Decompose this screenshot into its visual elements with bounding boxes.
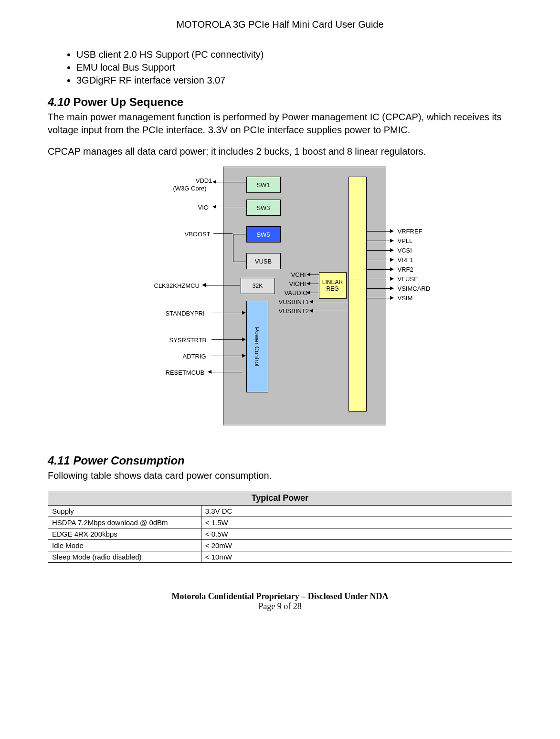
- label-vusbint2: VUSBINT2: [279, 307, 309, 315]
- section-number: 4.10: [48, 95, 70, 108]
- section-title: Power Consumption: [73, 454, 184, 467]
- label-vchi: VCHI: [291, 271, 306, 278]
- list-item: 3GDigRF RF interface version 3.07: [76, 75, 512, 86]
- table-row: Sleep Mode (radio disabled)< 10mW: [48, 551, 512, 563]
- label-vusbint1: VUSBINT1: [279, 298, 309, 306]
- pmic-block-diagram: SW1 SW3 SW5 VUSB 32K Power Control LINEA…: [147, 167, 414, 425]
- list-item: EMU local Bus Support: [76, 62, 512, 73]
- label-vpll: VPLL: [398, 237, 413, 244]
- paragraph: CPCAP manages all data card power; it in…: [48, 145, 512, 158]
- label-vdd1-sub: (W3G Core): [173, 185, 207, 192]
- label-adtrig: ADTRIG: [183, 353, 206, 360]
- block-sw1: SW1: [246, 177, 281, 193]
- label-vrf2: VRF2: [398, 266, 413, 273]
- label-viohi: VIOHI: [289, 280, 306, 287]
- block-sw3: SW3: [246, 200, 281, 216]
- label-vrf1: VRF1: [398, 256, 413, 264]
- paragraph: Following table shows data card power co…: [48, 469, 512, 482]
- block-linear-reg: LINEAR REG: [319, 272, 347, 299]
- page-header: MOTOROLA 3G PCIe Half Mini Card User Gui…: [48, 19, 512, 30]
- paragraph: The main power management function is pe…: [48, 111, 512, 137]
- block-power-control: Power Control: [246, 301, 268, 392]
- label-vaudio: VAUDIO: [285, 289, 308, 296]
- linear-reg-bar: [349, 177, 367, 412]
- block-sw5: SW5: [246, 226, 281, 243]
- pmic-chip-outline: SW1 SW3 SW5 VUSB 32K Power Control LINEA…: [223, 167, 386, 425]
- section-heading-411: 4.11 Power Consumption: [48, 454, 512, 467]
- table-row: Idle Mode< 20mW: [48, 540, 512, 551]
- block-vusb: VUSB: [246, 253, 281, 269]
- footer-page-number: Page 9 of 28: [48, 602, 512, 612]
- label-vfuse: VFUSE: [398, 275, 418, 283]
- power-consumption-table: Typical Power Supply3.3V DC HSDPA 7.2Mbp…: [48, 491, 512, 563]
- label-vboost: VBOOST: [185, 231, 211, 238]
- label-clk32: CLK32KHZMCU: [154, 282, 200, 289]
- label-vcsi: VCSI: [398, 247, 412, 254]
- table-row: EDGE 4RX 200kbps< 0.5W: [48, 528, 512, 540]
- block-32k: 32K: [241, 278, 275, 294]
- label-standby: STANDBYPRI: [166, 310, 205, 317]
- footer-confidential: Motorola Confidential Proprietary – Disc…: [48, 591, 512, 602]
- table-header: Typical Power: [48, 491, 512, 506]
- section-heading-410: 4.10 Power Up Sequence: [48, 95, 512, 109]
- table-row: HSDPA 7.2Mbps download @ 0dBm< 1.5W: [48, 517, 512, 528]
- feature-bullets: USB client 2.0 HS Support (PC connectivi…: [76, 49, 512, 86]
- page-footer: Motorola Confidential Proprietary – Disc…: [48, 591, 512, 612]
- label-vsimcard: VSIMCARD: [398, 285, 431, 292]
- label-vdd1: VDD1: [184, 177, 212, 184]
- label-vsim: VSIM: [398, 295, 413, 302]
- label-sysrst: SYSRSTRTB: [169, 337, 207, 344]
- label-vrfref: VRFREF: [398, 228, 423, 235]
- table-row: Supply3.3V DC: [48, 506, 512, 517]
- list-item: USB client 2.0 HS Support (PC connectivi…: [76, 49, 512, 60]
- label-vio: VIO: [198, 204, 209, 211]
- section-title: Power Up Sequence: [73, 95, 183, 108]
- label-resetmcub: RESETMCUB: [166, 369, 205, 376]
- section-number: 4.11: [48, 454, 70, 467]
